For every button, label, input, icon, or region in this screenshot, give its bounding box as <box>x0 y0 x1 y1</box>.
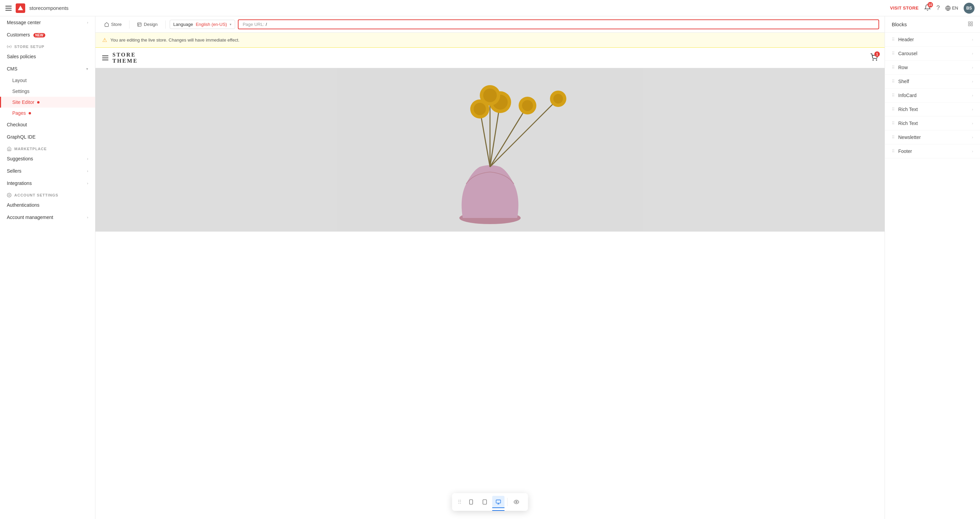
block-expand-icon: › <box>972 135 973 139</box>
tablet-view-button[interactable] <box>479 496 491 508</box>
notification-button[interactable]: 10 <box>924 4 931 12</box>
block-item-shelf-3[interactable]: ⠿ Shelf › <box>885 75 980 89</box>
sidebar-item-customers[interactable]: Customers NEW <box>0 29 95 41</box>
svg-point-22 <box>522 100 533 111</box>
tool-separator <box>508 498 508 506</box>
editor-toolbar: Store Design Language English (en-US) ▾ … <box>95 16 885 33</box>
marketplace-section: MARKETPLACE <box>0 143 95 152</box>
sidebar-item-graphql[interactable]: GraphQL IDE <box>0 131 95 143</box>
block-expand-icon: › <box>972 51 973 56</box>
warning-icon: ⚠ <box>102 37 107 43</box>
svg-point-32 <box>516 501 517 503</box>
block-name: Footer <box>898 149 912 154</box>
block-item-rich-text-5[interactable]: ⠿ Rich Text › <box>885 103 980 116</box>
block-item-footer-8[interactable]: ⠿ Footer › <box>885 144 980 158</box>
app-name: storecomponents <box>29 5 68 11</box>
block-drag-handle[interactable]: ⠿ <box>892 107 895 112</box>
svg-point-24 <box>554 94 563 103</box>
sidebar-item-cms[interactable]: CMS ▾ <box>0 63 95 75</box>
sidebar-item-layout[interactable]: Layout <box>0 75 95 86</box>
sidebar-item-message-center[interactable]: Message center › <box>0 16 95 29</box>
cart-badge: 1 <box>874 51 880 57</box>
blocks-view-toggle-button[interactable] <box>968 21 973 28</box>
desktop-icon <box>496 499 501 505</box>
account-management-chevron-icon: › <box>87 215 88 219</box>
top-navigation: storecomponents VISIT STORE 10 ? EN BS <box>0 0 980 16</box>
preview-hamburger-icon <box>102 56 108 60</box>
blocks-list: ⠿ Header › ⠿ Carousel › ⠿ Row › ⠿ Shelf … <box>885 33 980 158</box>
chevron-right-icon: › <box>87 21 88 24</box>
language-selector[interactable]: Language English (en-US) ▾ <box>170 20 235 29</box>
logo-icon <box>18 5 24 11</box>
visit-store-link[interactable]: VISIT STORE <box>890 5 919 11</box>
blocks-panel: Blocks ⠿ Header › ⠿ Carousel › ⠿ Row › <box>885 16 980 519</box>
nav-right: 10 ? EN BS <box>924 3 975 14</box>
language-label: EN <box>952 5 958 11</box>
suggestions-chevron-icon: › <box>87 157 88 161</box>
block-drag-handle[interactable]: ⠿ <box>892 51 895 56</box>
sidebar-item-settings[interactable]: Settings <box>0 86 95 97</box>
preview-nav-left: STORE THEME <box>102 52 138 63</box>
drag-handle-icon[interactable]: ⠿ <box>458 499 462 505</box>
block-drag-handle[interactable]: ⠿ <box>892 149 895 154</box>
tablet-icon <box>482 499 488 505</box>
block-drag-handle[interactable]: ⠿ <box>892 93 895 98</box>
preview-device-toolbar: ⠿ <box>452 493 528 511</box>
blocks-title: Blocks <box>892 21 907 27</box>
block-expand-icon: › <box>972 121 973 125</box>
marketplace-icon <box>7 146 11 151</box>
store-button[interactable]: Store <box>101 20 125 29</box>
block-drag-handle[interactable]: ⠿ <box>892 135 895 140</box>
block-item-carousel-1[interactable]: ⠿ Carousel › <box>885 47 980 60</box>
block-item-row-2[interactable]: ⠿ Row › <box>885 60 980 75</box>
block-item-rich-text-6[interactable]: ⠿ Rich Text › <box>885 116 980 130</box>
toolbar-divider-2 <box>165 21 165 29</box>
sidebar-item-authentications[interactable]: Authentications <box>0 199 95 211</box>
block-name: Rich Text <box>898 121 918 126</box>
block-item-infocard-4[interactable]: ⠿ InfoCard › <box>885 89 980 103</box>
block-drag-handle[interactable]: ⠿ <box>892 65 895 70</box>
sidebar-item-checkout[interactable]: Checkout <box>0 119 95 131</box>
sidebar-item-sales-policies[interactable]: Sales policies <box>0 51 95 63</box>
block-expand-icon: › <box>972 149 973 153</box>
language-button[interactable]: EN <box>945 5 958 11</box>
preview-navigation: STORE THEME 1 <box>95 48 885 68</box>
block-drag-handle[interactable]: ⠿ <box>892 79 895 84</box>
sidebar: Message center › Customers NEW STORE SET… <box>0 16 95 519</box>
svg-point-4 <box>8 194 10 196</box>
sidebar-item-sellers[interactable]: Sellers › <box>0 165 95 177</box>
desktop-view-button[interactable] <box>492 496 505 508</box>
block-item-newsletter-7[interactable]: ⠿ Newsletter › <box>885 130 980 144</box>
block-item-header-0[interactable]: ⠿ Header › <box>885 33 980 47</box>
svg-point-7 <box>876 60 877 60</box>
sidebar-item-account-management[interactable]: Account management › <box>0 211 95 224</box>
mobile-icon <box>469 499 474 505</box>
hamburger-menu[interactable] <box>5 6 11 11</box>
page-url-field[interactable]: Page URL: / <box>238 19 879 29</box>
toolbar-divider-1 <box>129 21 129 29</box>
block-drag-handle[interactable]: ⠿ <box>892 37 895 42</box>
block-expand-icon: › <box>972 79 973 83</box>
sidebar-item-integrations[interactable]: Integrations › <box>0 177 95 189</box>
user-avatar[interactable]: BS <box>964 3 975 14</box>
design-button[interactable]: Design <box>134 20 161 29</box>
block-expand-icon: › <box>972 93 973 97</box>
list-view-icon <box>968 21 973 27</box>
mobile-view-button[interactable] <box>465 496 477 508</box>
account-settings-section: ACCOUNT SETTINGS <box>0 189 95 199</box>
globe-icon <box>945 5 951 11</box>
app-logo <box>16 3 25 13</box>
preview-button[interactable] <box>511 496 523 508</box>
sidebar-item-site-editor[interactable]: Site Editor <box>0 97 95 108</box>
help-button[interactable]: ? <box>936 5 940 11</box>
block-name: Shelf <box>898 79 909 84</box>
store-preview: STORE THEME 1 <box>95 48 885 519</box>
block-expand-icon: › <box>972 107 973 111</box>
sidebar-item-pages[interactable]: Pages <box>0 108 95 119</box>
svg-rect-34 <box>971 22 972 24</box>
nav-left: storecomponents <box>5 3 68 13</box>
language-chevron-icon: ▾ <box>230 22 231 26</box>
block-drag-handle[interactable]: ⠿ <box>892 121 895 126</box>
preview-area: STORE THEME 1 <box>95 48 885 519</box>
sidebar-item-suggestions[interactable]: Suggestions › <box>0 152 95 165</box>
